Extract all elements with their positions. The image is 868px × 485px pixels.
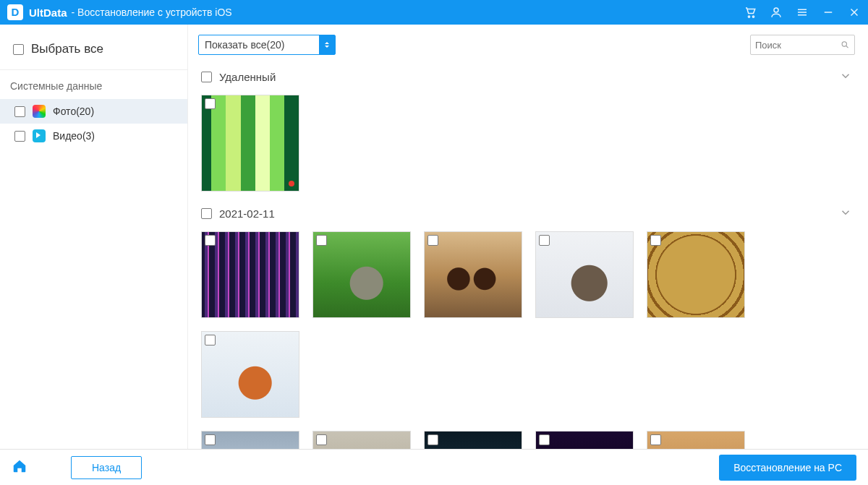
photo-thumbnail[interactable] bbox=[201, 95, 299, 192]
app-name: UltData bbox=[29, 7, 67, 19]
close-icon[interactable] bbox=[848, 6, 861, 19]
sidebar-item-video[interactable]: Видео(3) bbox=[0, 124, 187, 148]
photo-thumbnail[interactable] bbox=[647, 431, 745, 449]
video-icon bbox=[33, 129, 46, 142]
chevron-updown-icon bbox=[319, 35, 335, 54]
select-all-checkbox[interactable] bbox=[13, 44, 24, 55]
svg-marker-9 bbox=[325, 42, 329, 44]
photo-placeholder bbox=[313, 232, 410, 317]
cart-icon[interactable] bbox=[744, 6, 757, 19]
chevron-down-icon[interactable] bbox=[839, 69, 852, 85]
category-checkbox[interactable] bbox=[14, 131, 25, 142]
thumbnail-checkbox[interactable] bbox=[205, 434, 216, 445]
sidebar-section-label: Системные данные bbox=[0, 70, 187, 99]
titlebar: D UltData - Восстановление с устройств i… bbox=[0, 0, 868, 25]
search-icon bbox=[841, 40, 850, 50]
group-header-deleted[interactable]: Удаленный bbox=[201, 69, 852, 85]
select-all-label: Выбрать все bbox=[31, 42, 103, 56]
photo-thumbnail[interactable] bbox=[201, 231, 299, 318]
group-header-date[interactable]: 2021-02-11 bbox=[201, 206, 852, 221]
photo-thumbnail[interactable] bbox=[535, 231, 634, 318]
group-title: Удаленный bbox=[219, 71, 276, 83]
photo-placeholder bbox=[536, 232, 633, 317]
svg-line-12 bbox=[846, 46, 848, 48]
svg-point-11 bbox=[842, 42, 846, 46]
photo-placeholder bbox=[202, 332, 299, 417]
thumbnail-checkbox[interactable] bbox=[205, 98, 216, 109]
photo-placeholder bbox=[202, 95, 299, 191]
user-icon[interactable] bbox=[770, 6, 783, 19]
photo-thumbnail[interactable] bbox=[201, 431, 299, 449]
photo-placeholder bbox=[536, 432, 633, 449]
filter-select-label: Показать все(20) bbox=[205, 39, 284, 51]
sidebar: Выбрать все Системные данные Фото(20) Ви… bbox=[0, 25, 188, 449]
thumbnail-checkbox[interactable] bbox=[427, 434, 438, 445]
photo-thumbnail[interactable] bbox=[424, 431, 522, 449]
photo-placeholder bbox=[425, 232, 522, 317]
photo-thumbnail[interactable] bbox=[647, 231, 745, 318]
sidebar-item-label: Фото(20) bbox=[53, 106, 94, 117]
app-subtitle: - Восстановление с устройств iOS bbox=[72, 7, 232, 18]
select-all-row[interactable]: Выбрать все bbox=[0, 35, 187, 70]
back-button[interactable]: Назад bbox=[71, 456, 142, 479]
search-input[interactable] bbox=[755, 40, 841, 51]
thumbnail-checkbox[interactable] bbox=[650, 434, 661, 445]
menu-icon[interactable] bbox=[796, 6, 809, 19]
photo-thumbnail[interactable] bbox=[312, 231, 411, 318]
photo-thumbnail[interactable] bbox=[201, 331, 299, 418]
category-checkbox[interactable] bbox=[14, 106, 25, 117]
footer: Назад Восстановление на PC bbox=[0, 449, 868, 485]
photo-placeholder bbox=[647, 232, 744, 317]
photo-placeholder bbox=[425, 432, 522, 449]
thumbnail-checkbox[interactable] bbox=[650, 235, 661, 246]
photo-thumbnail[interactable] bbox=[312, 431, 411, 449]
recover-button[interactable]: Восстановление на PC bbox=[719, 455, 856, 481]
thumbnail-checkbox[interactable] bbox=[316, 434, 327, 445]
app-logo-icon: D bbox=[7, 4, 23, 20]
filter-select[interactable]: Показать все(20) bbox=[198, 35, 336, 55]
photo-thumbnail[interactable] bbox=[424, 231, 522, 318]
group-checkbox[interactable] bbox=[201, 72, 212, 82]
sidebar-item-label: Видео(3) bbox=[53, 130, 95, 142]
thumbnail-checkbox[interactable] bbox=[539, 434, 550, 445]
photo-placeholder bbox=[202, 432, 299, 449]
minimize-icon[interactable] bbox=[822, 6, 835, 19]
group-title: 2021-02-11 bbox=[219, 207, 275, 220]
thumbnail-checkbox[interactable] bbox=[316, 235, 327, 246]
thumbnail-checkbox[interactable] bbox=[205, 235, 216, 246]
svg-point-0 bbox=[748, 16, 749, 17]
content-toolbar: Показать все(20) bbox=[198, 35, 855, 55]
content-area: Показать все(20) Удаленный 2021-02-11 bbox=[188, 25, 868, 449]
svg-point-2 bbox=[774, 8, 778, 12]
thumbnail-checkbox[interactable] bbox=[205, 335, 216, 345]
home-icon[interactable] bbox=[12, 458, 27, 477]
photo-placeholder bbox=[313, 432, 410, 449]
search-input-wrap[interactable] bbox=[750, 35, 855, 55]
photo-placeholder bbox=[647, 432, 744, 449]
group-checkbox[interactable] bbox=[201, 208, 212, 219]
svg-point-1 bbox=[752, 16, 754, 17]
chevron-down-icon[interactable] bbox=[839, 206, 852, 221]
photo-placeholder bbox=[202, 232, 299, 317]
thumbnail-checkbox[interactable] bbox=[539, 235, 550, 246]
svg-marker-10 bbox=[325, 46, 329, 48]
sidebar-item-photo[interactable]: Фото(20) bbox=[0, 99, 187, 124]
thumbnail-checkbox[interactable] bbox=[427, 235, 438, 246]
photo-icon bbox=[33, 105, 46, 118]
photo-thumbnail[interactable] bbox=[535, 431, 634, 449]
